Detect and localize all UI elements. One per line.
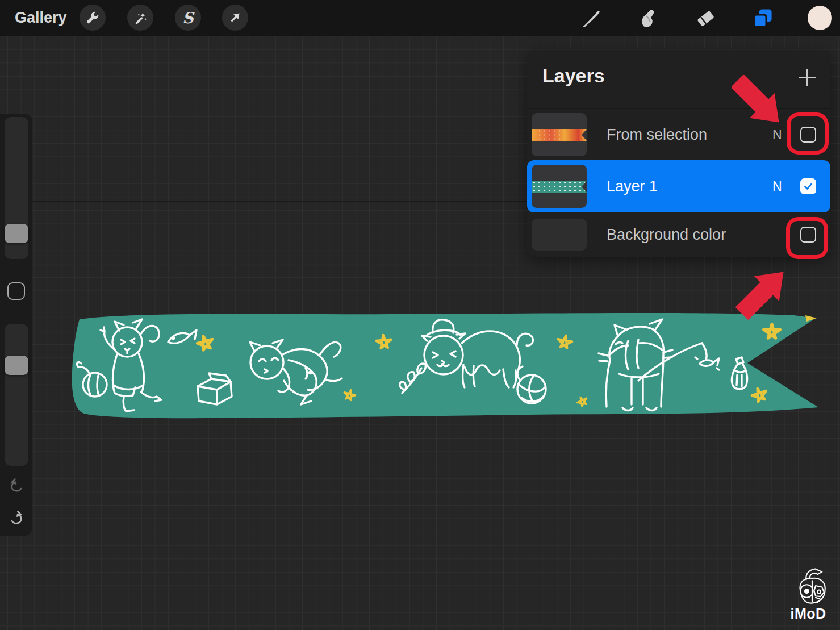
procreate-window: Gallery S [0, 0, 840, 630]
brush-opacity-slider[interactable] [5, 324, 28, 466]
eraser-tool-button[interactable] [693, 6, 718, 31]
layer-thumbnail-from-selection[interactable] [532, 113, 587, 156]
annotation-arrow-down-right [732, 75, 800, 143]
brush-size-slider[interactable] [5, 117, 28, 259]
sidebar-tool-controls [0, 114, 32, 536]
plus-icon [799, 69, 816, 86]
checkmark-icon [803, 181, 813, 191]
orange-banner-thumb-art [532, 129, 587, 141]
imod-watermark-text: iMoD [784, 606, 833, 622]
add-layer-button[interactable] [797, 68, 817, 87]
smudge-finger-icon [637, 8, 658, 28]
gallery-button[interactable]: Gallery [15, 9, 67, 27]
background-color-thumbnail[interactable] [532, 219, 587, 251]
smudge-tool-button[interactable] [635, 6, 660, 31]
layers-panel-title: Layers [542, 65, 605, 87]
layer-name: Layer 1 [607, 178, 658, 195]
canvas-guide-line [0, 201, 527, 202]
top-toolbar: Gallery S [0, 0, 840, 36]
magic-wand-icon [133, 10, 148, 25]
layer-visibility-checkbox-checked[interactable] [800, 178, 816, 194]
eraser-icon [695, 8, 716, 28]
annotation-highlight-box-bottom [786, 217, 828, 259]
blend-mode-badge[interactable]: N [772, 179, 782, 194]
selection-button[interactable]: S [175, 5, 201, 31]
selection-s-icon: S [182, 10, 194, 26]
annotation-arrow-up-right [732, 254, 800, 323]
teal-banner-thumb-art [532, 181, 587, 193]
adjustments-button[interactable] [127, 5, 153, 31]
undo-button[interactable] [7, 477, 26, 495]
wrench-icon [85, 10, 100, 25]
layer-name: Background color [607, 226, 726, 244]
active-color-swatch[interactable] [808, 6, 832, 30]
imod-watermark: iMoD [784, 567, 833, 622]
imod-owl-logo-icon [788, 567, 828, 604]
redo-button[interactable] [7, 510, 26, 528]
layers-icon [752, 7, 774, 29]
brush-icon [580, 8, 601, 28]
layer-name: From selection [607, 126, 707, 143]
layers-button[interactable] [750, 6, 775, 31]
brush-tool-button[interactable] [578, 6, 603, 31]
transform-button[interactable] [222, 5, 248, 31]
layer-row-background-color[interactable]: Background color [527, 212, 830, 257]
layer-row-layer1-selected[interactable]: Layer 1 N [527, 160, 830, 212]
actions-button[interactable] [80, 5, 106, 31]
modify-button[interactable] [7, 282, 25, 300]
banner-artwork [62, 307, 824, 426]
layer-thumbnail-layer1[interactable] [532, 165, 587, 208]
transform-arrow-icon [228, 10, 243, 25]
brush-opacity-slider-handle[interactable] [5, 356, 28, 375]
brush-size-slider-handle[interactable] [5, 224, 28, 243]
